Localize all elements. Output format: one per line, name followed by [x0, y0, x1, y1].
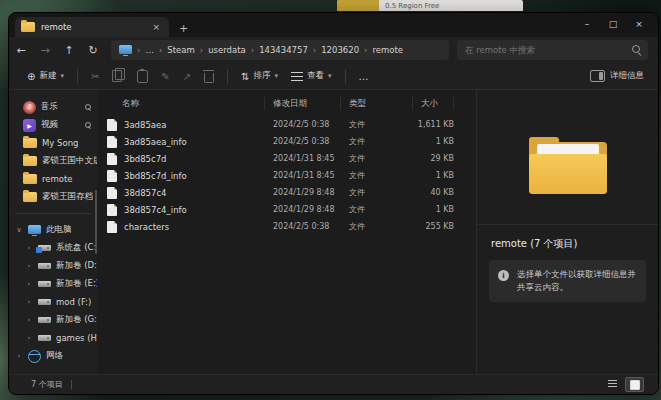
refresh-button[interactable]: ↻	[81, 40, 105, 60]
chevron-collapsed-icon[interactable]: ›	[15, 352, 23, 360]
item-count: 7 个项目	[31, 379, 63, 390]
tab-remote[interactable]: remote ×	[15, 17, 169, 37]
column-header-type[interactable]: 类型	[341, 97, 413, 110]
sort-button[interactable]: ⇅ 排序 ▾	[241, 70, 278, 82]
details-view-button[interactable]	[604, 377, 621, 390]
sidebar-drive-item[interactable]: ›系统盘 (C:)	[9, 239, 97, 257]
new-button[interactable]: ⊕ 新建 ▾	[27, 70, 64, 82]
breadcrumb-computer-icon[interactable]	[119, 45, 132, 54]
window-controls: – □ ×	[574, 15, 652, 33]
sidebar-item-label: remote	[42, 174, 73, 184]
file-name-cell: 38d857c4_info	[97, 204, 265, 216]
maximize-button[interactable]: □	[600, 15, 626, 33]
sidebar-drive-item[interactable]: ›games (H:)	[9, 329, 97, 347]
details-pane: remote (7 个项目) i 选择单个文件以获取详细信息并共享云内容。	[476, 90, 658, 375]
search-box[interactable]	[457, 40, 648, 60]
file-row[interactable]: 3bd85c7d_info2024/1/31 8:45文件1 KB	[97, 167, 476, 184]
column-header-size[interactable]: 大小	[413, 97, 454, 110]
new-label: 新建	[39, 70, 56, 82]
chevron-collapsed-icon[interactable]: ›	[25, 280, 33, 288]
file-icon	[107, 187, 117, 199]
breadcrumb-item[interactable]: Steam	[167, 45, 194, 55]
breadcrumb-item[interactable]: remote	[372, 45, 403, 55]
file-size: 40 KB	[413, 188, 476, 197]
sidebar-item-this-pc[interactable]: ∨ 此电脑	[9, 221, 97, 239]
more-options-button[interactable]: …	[359, 71, 369, 82]
back-button[interactable]: ←	[9, 40, 33, 60]
column-header-date[interactable]: 修改日期	[265, 97, 341, 110]
network-icon	[28, 350, 41, 363]
chevron-down-icon: ▾	[328, 72, 332, 80]
chevron-collapsed-icon[interactable]: ›	[25, 262, 33, 270]
preview-title: remote (7 个项目)	[491, 237, 578, 251]
file-type: 文件	[341, 221, 413, 232]
copy-button[interactable]	[112, 70, 124, 82]
up-button[interactable]: ↑	[57, 40, 81, 60]
sort-label: 排序	[253, 70, 270, 82]
command-toolbar: ⊕ 新建 ▾ ✂ ✎ ↗ ⇅ 排序 ▾ 查看 ▾ …	[9, 63, 658, 90]
sidebar-drive-item[interactable]: ›新加卷 (D:)	[9, 257, 97, 275]
chevron-expanded-icon[interactable]: ∨	[15, 226, 23, 234]
navigation-bar: ← → ↑ ↻ ›…›Steam›userdata›143434757›1203…	[9, 37, 658, 63]
file-row[interactable]: 38d857c4_info2024/1/29 8:48文件1 KB	[97, 201, 476, 218]
drive-icon	[38, 245, 51, 251]
sidebar-drive-item[interactable]: ›新加卷 (G:)	[9, 311, 97, 329]
breadcrumb-item[interactable]: 1203620	[321, 45, 359, 55]
trash-icon	[204, 73, 214, 83]
breadcrumb-item[interactable]: 143434757	[259, 45, 308, 55]
breadcrumb-separator: ›	[159, 45, 162, 55]
details-pane-toggle[interactable]: 详细信息	[590, 70, 644, 82]
file-type: 文件	[341, 136, 413, 147]
file-size: 255 KB	[413, 222, 476, 231]
pin-icon	[85, 104, 91, 110]
file-icon	[107, 119, 117, 131]
chevron-collapsed-icon[interactable]: ›	[25, 244, 33, 252]
preview-info-box: i 选择单个文件以获取详细信息并共享云内容。	[489, 260, 646, 302]
file-row[interactable]: 3bd85c7d2024/1/31 8:45文件29 KB	[97, 150, 476, 167]
status-bar: 7 个项目	[9, 374, 658, 394]
search-input[interactable]	[457, 40, 648, 60]
drive-icon	[38, 281, 51, 287]
sidebar-quick-item[interactable]: My Song	[9, 134, 97, 152]
minimize-button[interactable]: –	[574, 15, 600, 33]
breadcrumb-overflow[interactable]: …	[145, 45, 154, 55]
view-button[interactable]: 查看 ▾	[291, 70, 332, 82]
sidebar-quick-item[interactable]: remote	[9, 170, 97, 188]
file-date: 2024/2/5 0:38	[265, 137, 341, 146]
sidebar-drive-item[interactable]: ›mod (F:)	[9, 293, 97, 311]
sidebar-item-network[interactable]: › 网络	[9, 347, 97, 365]
tab-close-icon[interactable]: ×	[149, 22, 163, 32]
close-button[interactable]: ×	[626, 15, 652, 33]
sidebar-drive-item[interactable]: ›新加卷 (E:)	[9, 275, 97, 293]
chevron-collapsed-icon[interactable]: ›	[25, 334, 33, 342]
file-name: 3ad85aea_info	[124, 137, 187, 147]
sidebar-quick-item[interactable]: 雾锁王国存档	[9, 188, 97, 206]
breadcrumb-item[interactable]: userdata	[208, 45, 246, 55]
file-row[interactable]: characters2024/2/5 0:38文件255 KB	[97, 218, 476, 235]
folder-icon	[21, 22, 35, 32]
column-header-name[interactable]: 名称	[97, 97, 265, 110]
large-icons-view-button[interactable]	[625, 377, 644, 392]
folder-icon	[23, 156, 37, 166]
forward-button[interactable]: →	[33, 40, 57, 60]
new-tab-button[interactable]: +	[179, 22, 188, 37]
breadcrumb[interactable]: ›…›Steam›userdata›143434757›1203620›remo…	[111, 40, 449, 60]
this-pc-label: 此电脑	[46, 224, 72, 236]
drive-icon	[38, 299, 51, 305]
delete-button[interactable]	[204, 70, 214, 83]
sort-icon: ⇅	[241, 71, 249, 82]
sidebar-quick-item[interactable]: 雾锁王国中文版	[9, 152, 97, 170]
file-row[interactable]: 3ad85aea2024/2/5 0:38文件1,611 KB	[97, 116, 476, 133]
file-row[interactable]: 38d857c42024/1/29 8:48文件40 KB	[97, 184, 476, 201]
share-button[interactable]: ↗	[183, 71, 191, 82]
rename-button[interactable]: ✎	[161, 71, 169, 82]
file-name: 38d857c4	[124, 188, 167, 198]
chevron-collapsed-icon[interactable]: ›	[25, 316, 33, 324]
paste-button[interactable]	[137, 70, 148, 83]
sidebar-quick-item[interactable]: ▶视频	[9, 116, 97, 134]
file-row[interactable]: 3ad85aea_info2024/2/5 0:38文件1 KB	[97, 133, 476, 150]
drive-label: 新加卷 (G:)	[56, 314, 97, 326]
sidebar-quick-item[interactable]: ♪音乐	[9, 98, 97, 116]
cut-button[interactable]: ✂	[91, 71, 99, 82]
chevron-collapsed-icon[interactable]: ›	[25, 298, 33, 306]
